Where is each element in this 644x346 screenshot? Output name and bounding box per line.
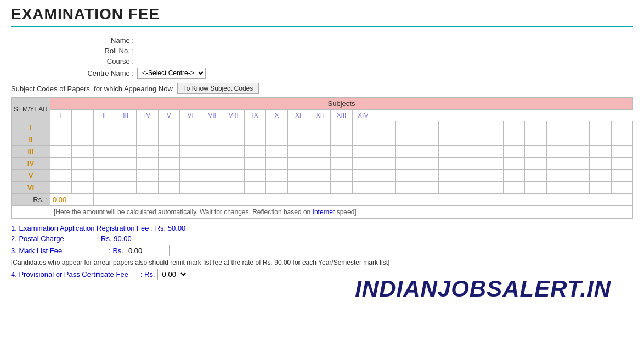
col-header-II: II	[93, 110, 115, 121]
data-cell	[137, 182, 158, 194]
note3-prefix: : Rs.	[109, 247, 123, 255]
sem-label-III: III	[12, 146, 50, 158]
data-cell	[72, 158, 93, 170]
data-cell	[331, 133, 352, 146]
data-cell	[417, 133, 438, 146]
data-cell	[482, 146, 503, 158]
data-cell	[72, 182, 93, 194]
data-cell	[611, 182, 632, 194]
sem-label-V: V	[12, 170, 50, 182]
subject-codes-text: Subject Codes of Papers, for which Appea…	[11, 85, 173, 93]
subjects-header-row: SEM/YEAR Subjects	[12, 98, 633, 110]
data-cell	[460, 170, 482, 182]
data-cell	[503, 170, 524, 182]
course-row: Course :	[77, 57, 633, 65]
data-cell	[223, 170, 244, 182]
data-cell	[503, 121, 524, 133]
data-cell	[503, 146, 524, 158]
data-cell	[374, 182, 395, 194]
data-cell	[590, 121, 611, 133]
data-cell	[50, 182, 72, 194]
data-cell	[396, 182, 417, 194]
col-header-XII: XII	[309, 110, 330, 121]
data-cell	[309, 158, 330, 170]
know-subject-codes-button[interactable]: To Know Subject Codes	[177, 83, 259, 94]
col-headers-row: I II III IV V VI VII VIII IX X XI XII	[12, 110, 633, 121]
data-cell	[590, 133, 611, 146]
data-cell	[201, 121, 223, 133]
roll-row: Roll No. :	[77, 47, 633, 55]
data-cell	[525, 182, 546, 194]
data-cell	[331, 158, 352, 170]
data-cell	[331, 170, 352, 182]
internet-link: Internet	[313, 208, 335, 216]
data-cell	[93, 182, 115, 194]
sem-label-IV: IV	[12, 158, 50, 170]
note3-label: 3. Mark List Fee	[11, 247, 62, 255]
data-cell	[50, 158, 72, 170]
data-cell	[482, 182, 503, 194]
note1-row: 1. Examination Application Registration …	[11, 224, 633, 232]
note2-row: 2. Postal Charge : Rs. 90.00	[11, 235, 633, 243]
col-header-I: I	[50, 110, 72, 121]
data-cell	[460, 133, 482, 146]
note3-row: 3. Mark List Fee : Rs.	[11, 245, 633, 256]
data-cell	[179, 170, 201, 182]
data-cell	[244, 146, 265, 158]
data-cell	[223, 121, 244, 133]
data-cell	[201, 158, 223, 170]
table-row: IV	[12, 158, 633, 170]
table-row: I	[12, 121, 633, 133]
data-cell	[287, 121, 309, 133]
data-cell	[201, 170, 223, 182]
data-cell	[72, 121, 93, 133]
data-cell	[546, 146, 568, 158]
data-cell	[115, 133, 137, 146]
data-cell	[611, 170, 632, 182]
sem-year-header: SEM/YEAR	[12, 98, 50, 121]
data-cell	[374, 146, 395, 158]
data-cell	[223, 146, 244, 158]
data-cell	[137, 133, 158, 146]
data-cell	[50, 121, 72, 133]
data-cell	[179, 182, 201, 194]
data-cell	[611, 121, 632, 133]
data-cell	[396, 121, 417, 133]
data-cell	[244, 133, 265, 146]
note4-row: 4. Provisional or Pass Certificate Fee :…	[11, 269, 633, 280]
data-cell	[179, 121, 201, 133]
data-cell	[50, 170, 72, 182]
data-cell	[396, 170, 417, 182]
candidates-note: [Candidates who appear for arrear papers…	[11, 259, 633, 266]
data-cell	[568, 182, 589, 194]
data-cell	[482, 121, 503, 133]
data-cell	[438, 133, 460, 146]
data-cell	[568, 146, 589, 158]
sem-label-II: II	[12, 133, 50, 146]
data-cell	[287, 146, 309, 158]
rs-label: Rs. :	[12, 194, 50, 206]
footer-notes: 1. Examination Application Registration …	[11, 224, 633, 280]
data-cell	[590, 146, 611, 158]
col-header-XIII: XIII	[331, 110, 352, 121]
note4-prefix: : Rs.	[140, 270, 155, 278]
data-cell	[460, 146, 482, 158]
mark-list-fee-input[interactable]	[126, 245, 170, 256]
data-cell	[525, 170, 546, 182]
note1-value: : Rs. 50.00	[151, 224, 185, 232]
data-cell	[438, 170, 460, 182]
data-cell	[503, 158, 524, 170]
data-cell	[590, 158, 611, 170]
data-cell	[460, 158, 482, 170]
data-cell	[460, 121, 482, 133]
data-cell	[266, 146, 287, 158]
data-cell	[72, 133, 93, 146]
data-cell	[115, 158, 137, 170]
data-cell	[331, 182, 352, 194]
data-cell	[309, 182, 330, 194]
data-cell	[352, 158, 374, 170]
data-cell	[158, 182, 179, 194]
certificate-fee-select[interactable]: 0.00	[157, 269, 188, 280]
centre-select[interactable]: <-Select Centre->	[137, 68, 206, 79]
data-cell	[201, 146, 223, 158]
